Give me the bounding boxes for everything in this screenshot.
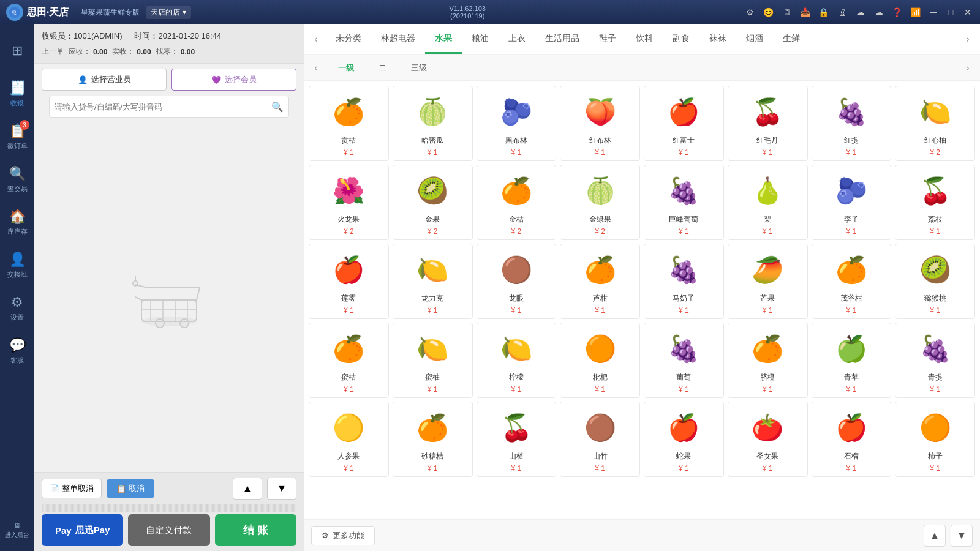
product-card-1[interactable]: 🍈 哈密瓜 ¥ 1 [393,86,473,161]
cat-tab-9[interactable]: 袜袜 [699,24,736,54]
topbar-icon-6[interactable]: 🖨 [835,6,849,19]
cat-prev-button[interactable]: ‹ [306,27,326,51]
product-card-38[interactable]: 🍎 石榴 ¥ 1 [812,402,892,477]
product-image-0: 🍊 [324,90,373,133]
product-card-36[interactable]: 🍎 蛇果 ¥ 1 [644,402,724,477]
grid-scroll-down-button[interactable]: ▼ [951,525,973,547]
cat-tab-2[interactable]: 水果 [425,24,462,54]
product-card-23[interactable]: 🥝 猕猴桃 ¥ 1 [895,244,975,319]
topbar-icon-3[interactable]: 🖥 [780,6,794,19]
product-card-30[interactable]: 🍏 青苹 ¥ 1 [812,323,892,398]
checkout-button[interactable]: 结 账 [215,514,296,546]
product-card-21[interactable]: 🥭 芒果 ¥ 1 [728,244,808,319]
custom-pay-button[interactable]: 自定义付款 [128,514,209,546]
product-card-34[interactable]: 🍒 山楂 ¥ 1 [477,402,557,477]
product-card-2[interactable]: 🫐 黑布林 ¥ 1 [477,86,557,161]
cat-tab-11[interactable]: 生鲜 [773,24,810,54]
sub-cat-tab-0[interactable]: 一级 [326,55,366,80]
more-functions-button[interactable]: ⚙ 更多功能 [311,526,375,545]
nav-down-button[interactable]: ▼ [267,478,296,500]
product-card-10[interactable]: 🍊 金桔 ¥ 2 [477,165,557,240]
product-card-8[interactable]: 🌺 火龙果 ¥ 2 [309,165,389,240]
product-card-22[interactable]: 🍊 茂谷柑 ¥ 1 [812,244,892,319]
sidebar-item-settings[interactable]: ⚙ 设置 [0,287,34,329]
should-pay-value: 0.00 [93,48,107,56]
cat-tab-4[interactable]: 上衣 [499,24,535,54]
product-card-31[interactable]: 🍇 青提 ¥ 1 [895,323,975,398]
sidebar-item-grid[interactable]: ⊞ [0,29,34,72]
select-member-button[interactable]: 💜 选择会员 [172,69,296,91]
product-card-18[interactable]: 🟤 龙眼 ¥ 1 [477,244,557,319]
nav-up-button[interactable]: ▲ [233,478,262,500]
product-card-35[interactable]: 🟤 山竹 ¥ 1 [560,402,640,477]
product-card-14[interactable]: 🫐 李子 ¥ 1 [812,165,892,240]
sidebar-item-shift[interactable]: 👤 交接班 [0,244,34,287]
product-card-26[interactable]: 🍋 柠檬 ¥ 1 [477,323,557,398]
product-card-33[interactable]: 🍊 砂糖桔 ¥ 1 [393,402,473,477]
cat-tab-10[interactable]: 烟酒 [736,24,773,54]
restore-button[interactable]: □ [944,6,957,18]
product-card-28[interactable]: 🍇 葡萄 ¥ 1 [644,323,724,398]
backend-button[interactable]: 🖥 进入后台 [0,515,34,546]
product-card-0[interactable]: 🍊 贡桔 ¥ 1 [309,86,389,161]
topbar-icon-4[interactable]: 📥 [799,6,812,19]
product-card-39[interactable]: 🟠 柿子 ¥ 1 [895,402,975,477]
cat-next-button[interactable]: › [958,27,978,51]
sidebar-item-inventory[interactable]: 🏠 库库存 [0,201,34,244]
product-card-9[interactable]: 🥝 金果 ¥ 2 [393,165,473,240]
product-card-37[interactable]: 🍅 圣女果 ¥ 1 [728,402,808,477]
cat-tab-8[interactable]: 副食 [663,24,699,54]
sub-cat-next-button[interactable]: › [958,56,978,80]
product-card-29[interactable]: 🍊 脐橙 ¥ 1 [728,323,808,398]
sub-cat-tab-2[interactable]: 三级 [399,55,439,80]
topbar-icon-9[interactable]: ❓ [891,6,904,19]
product-card-11[interactable]: 🍈 金绿果 ¥ 2 [560,165,640,240]
cat-tab-5[interactable]: 生活用品 [535,24,589,54]
product-card-25[interactable]: 🍋 蜜柚 ¥ 1 [393,323,473,398]
close-button[interactable]: ✕ [962,6,974,18]
sxpay-button[interactable]: Pay 思迅Pay [42,514,123,546]
cat-tab-3[interactable]: 粮油 [462,24,499,54]
product-card-13[interactable]: 🍐 梨 ¥ 1 [728,165,808,240]
product-card-3[interactable]: 🍑 红布林 ¥ 1 [560,86,640,161]
product-card-19[interactable]: 🍊 芦柑 ¥ 1 [560,244,640,319]
sidebar-item-weiorder[interactable]: 3 📋 微订单 [0,115,34,158]
product-card-7[interactable]: 🍋 红心柚 ¥ 2 [895,86,975,161]
cat-tab-1[interactable]: 林超电器 [371,24,425,54]
grid-scroll-up-button[interactable]: ▲ [924,525,946,547]
sub-cat-tab-1[interactable]: 二 [366,55,399,80]
topbar-icon-1[interactable]: ⚙ [744,6,757,19]
badge-weiorder: 3 [20,120,29,130]
product-card-12[interactable]: 🍇 巨峰葡萄 ¥ 1 [644,165,724,240]
sidebar-item-transaction[interactable]: 🔍 查交易 [0,158,34,201]
cat-tab-0[interactable]: 未分类 [326,24,371,54]
product-search-input[interactable] [55,102,271,111]
product-card-32[interactable]: 🟡 人参果 ¥ 1 [309,402,389,477]
product-card-16[interactable]: 🍎 莲雾 ¥ 1 [309,244,389,319]
store-selector[interactable]: 天店的店 ▾ [146,6,191,19]
product-card-24[interactable]: 🍊 蜜桔 ¥ 1 [309,323,389,398]
product-card-15[interactable]: 🍒 荔枝 ¥ 1 [895,165,975,240]
product-name-26: 柠檬 [509,372,524,383]
product-card-6[interactable]: 🍇 红提 ¥ 1 [812,86,892,161]
topbar-icon-5[interactable]: 🔒 [817,6,831,19]
checkout-label: 结 账 [243,524,268,536]
product-card-5[interactable]: 🍒 红毛丹 ¥ 1 [728,86,808,161]
topbar-icon-8[interactable]: ☁ [872,6,886,19]
product-search-box[interactable]: 🔍 [49,96,289,118]
sidebar-item-cashier[interactable]: 🧾 收银 [0,72,34,115]
cancel-button[interactable]: 📋 取消 [107,479,154,498]
cat-tab-7[interactable]: 饮料 [626,24,663,54]
cat-tab-6[interactable]: 鞋子 [589,24,626,54]
product-card-27[interactable]: 🟠 枇杷 ¥ 1 [560,323,640,398]
product-card-4[interactable]: 🍎 红富士 ¥ 1 [644,86,724,161]
select-staff-button[interactable]: 👤 选择营业员 [42,69,167,91]
sub-cat-prev-button[interactable]: ‹ [306,56,326,80]
product-card-17[interactable]: 🍋 龙力克 ¥ 1 [393,244,473,319]
sidebar-item-service[interactable]: 💬 客服 [0,329,34,372]
cancel-all-button[interactable]: 📄 整单取消 [42,479,102,498]
topbar-icon-7[interactable]: ☁ [854,6,867,19]
product-card-20[interactable]: 🍇 马奶子 ¥ 1 [644,244,724,319]
minimize-button[interactable]: ─ [927,6,940,18]
topbar-icon-2[interactable]: 😊 [762,6,775,19]
